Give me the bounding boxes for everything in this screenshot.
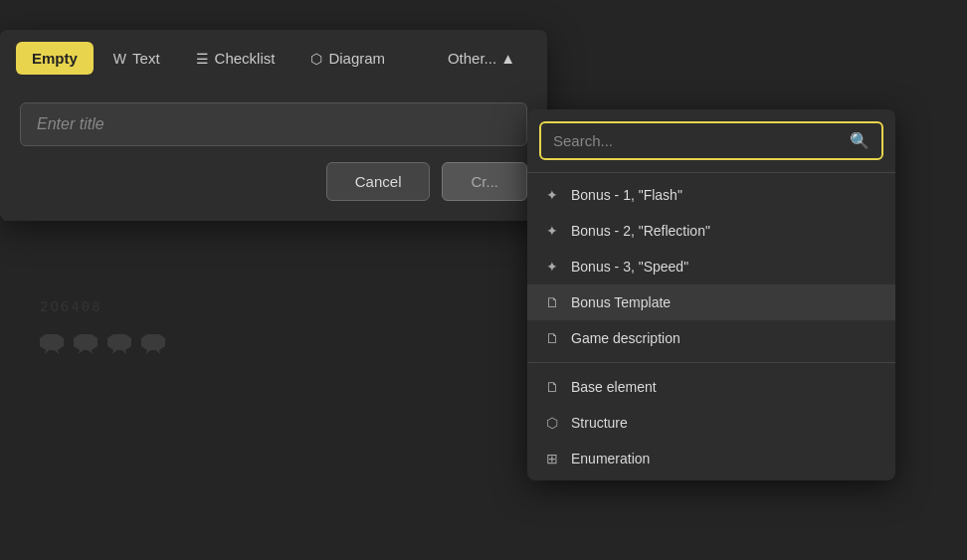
tab-empty-label: Empty bbox=[32, 50, 78, 67]
item-label: Bonus Template bbox=[571, 294, 671, 310]
new-element-dialog: Empty W Text ☰ Checklist ⬡ Diagram Other… bbox=[0, 30, 547, 221]
item-label: Bonus - 2, "Reflection" bbox=[571, 223, 710, 239]
item-label: Structure bbox=[571, 415, 628, 431]
tab-empty[interactable]: Empty bbox=[16, 42, 94, 75]
tab-diagram-label: Diagram bbox=[328, 50, 385, 67]
page-icon: 🗋 bbox=[543, 294, 561, 310]
dialog-body: Cancel Cr... bbox=[0, 87, 547, 221]
search-icon: 🔍 bbox=[850, 131, 870, 150]
tab-checklist-icon: ☰ bbox=[196, 51, 209, 67]
tab-text-icon: W bbox=[113, 51, 126, 67]
item-label: Base element bbox=[571, 379, 657, 395]
list-item[interactable]: ✦ Bonus - 3, "Speed" bbox=[527, 249, 895, 284]
tab-text[interactable]: W Text bbox=[97, 42, 176, 75]
list-item-structure[interactable]: ⬡ Structure bbox=[527, 405, 895, 441]
sparkle-icon: ✦ bbox=[543, 223, 561, 239]
list-item-enumeration[interactable]: ⊞ Enumeration bbox=[527, 441, 895, 476]
chevron-down-icon: ▲ bbox=[500, 50, 515, 67]
search-wrapper: 🔍 bbox=[539, 121, 883, 160]
search-area: 🔍 bbox=[527, 109, 895, 173]
tab-text-label: Text bbox=[132, 50, 160, 67]
other-label: Other... bbox=[448, 50, 496, 67]
tab-checklist[interactable]: ☰ Checklist bbox=[180, 42, 291, 75]
dropdown-divider bbox=[527, 362, 895, 363]
item-label: Bonus - 3, "Speed" bbox=[571, 259, 688, 275]
sparkle-icon: ✦ bbox=[543, 187, 561, 203]
structure-icon: ⬡ bbox=[543, 415, 561, 431]
list-item[interactable]: 🗋 Game description bbox=[527, 320, 895, 356]
list-item-bonus-template[interactable]: 🗋 Bonus Template bbox=[527, 284, 895, 320]
create-button[interactable]: Cr... bbox=[442, 162, 527, 201]
item-label: Bonus - 1, "Flash" bbox=[571, 187, 682, 203]
other-button[interactable]: Other... ▲ bbox=[432, 42, 531, 75]
page-icon: 🗋 bbox=[543, 330, 561, 346]
title-input[interactable] bbox=[20, 102, 527, 146]
tab-diagram-icon: ⬡ bbox=[310, 51, 322, 67]
item-label: Game description bbox=[571, 330, 680, 346]
item-label: Enumeration bbox=[571, 451, 650, 467]
dropdown-list: ✦ Bonus - 1, "Flash" ✦ Bonus - 2, "Refle… bbox=[527, 173, 895, 480]
cancel-button[interactable]: Cancel bbox=[326, 162, 431, 201]
list-item-base-element[interactable]: 🗋 Base element bbox=[527, 369, 895, 405]
search-input[interactable] bbox=[553, 132, 842, 149]
tab-checklist-label: Checklist bbox=[215, 50, 276, 67]
stack-icon: ⊞ bbox=[543, 451, 561, 467]
dialog-actions: Cancel Cr... bbox=[20, 162, 527, 201]
sparkle-icon: ✦ bbox=[543, 259, 561, 275]
tab-diagram[interactable]: ⬡ Diagram bbox=[294, 42, 401, 75]
template-dropdown: 🔍 ✦ Bonus - 1, "Flash" ✦ Bonus - 2, "Ref… bbox=[527, 109, 895, 480]
list-item[interactable]: ✦ Bonus - 2, "Reflection" bbox=[527, 213, 895, 249]
list-item[interactable]: ✦ Bonus - 1, "Flash" bbox=[527, 177, 895, 213]
page-icon: 🗋 bbox=[543, 379, 561, 395]
tab-bar: Empty W Text ☰ Checklist ⬡ Diagram Other… bbox=[0, 30, 547, 87]
